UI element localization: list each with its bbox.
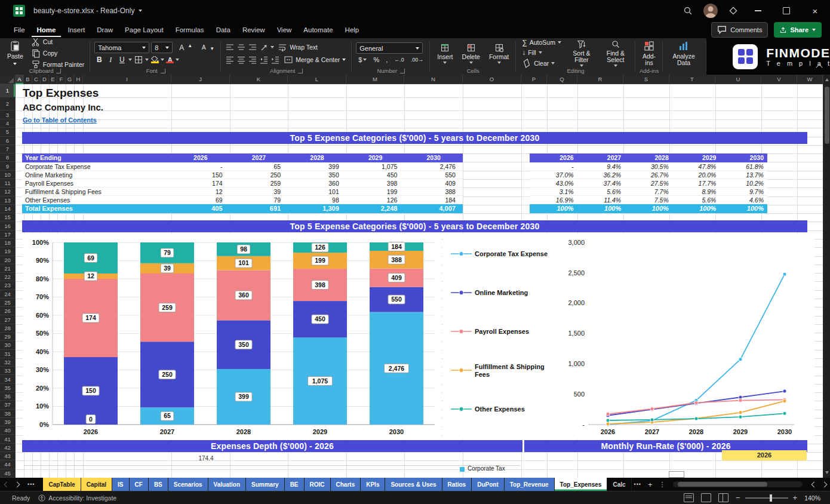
row-header-38[interactable]: 38 [0,410,15,418]
row-header-26[interactable]: 26 [0,307,15,315]
sheet-tab-top-expenses[interactable]: Top_Expenses [555,478,608,491]
copy-button[interactable]: Copy [29,48,86,59]
row-header-41[interactable]: 41 [0,435,15,443]
increase-decimal-button[interactable]: ←.0 [392,56,407,63]
col-header-D[interactable]: D [41,75,49,84]
col-header-W[interactable]: W [797,75,823,84]
pct-value[interactable]: 5.6% [577,188,625,195]
expense-value[interactable]: 1,075 [346,162,405,170]
row-header-34[interactable]: 34 [0,375,15,383]
sheet-tab-is[interactable]: IS [112,478,129,491]
row-header-22[interactable]: 22 [0,273,15,281]
expense-value[interactable]: 388 [404,188,463,195]
row-header-35[interactable]: 35 [0,384,15,392]
page-break-view-icon[interactable] [718,493,728,502]
expense-value[interactable]: 184 [404,196,463,204]
pct-value[interactable]: 61.8% [720,162,767,170]
pct-value[interactable]: 20.0% [672,171,720,179]
currency-button[interactable]: $ [356,56,369,64]
expense-label[interactable]: Corporate Tax Expense [22,162,171,170]
diamond-icon[interactable] [728,6,738,16]
scroll-down-arrow-icon[interactable] [825,471,829,474]
row-header-8[interactable]: 8 [0,153,15,162]
col-header-F[interactable]: F [57,75,66,84]
stacked-bar-chart[interactable]: 0%10%20%30%40%50%60%70%80%90%100%0150174… [23,233,442,439]
paste-button[interactable]: Paste [4,40,26,66]
title-dropdown-icon[interactable] [139,10,142,12]
orientation-icon[interactable] [259,42,269,52]
sheet-tab-sources-uses[interactable]: Sources & Uses [385,478,442,491]
col-header-A[interactable]: A [16,75,24,84]
total-value[interactable]: 1,309 [288,204,346,213]
row-header-4[interactable]: 4 [0,119,15,128]
col-header-N[interactable]: N [404,75,463,84]
sheet-tab-top-revenue[interactable]: Top_Revenue [505,478,555,491]
italic-button[interactable]: I [106,56,115,64]
row-header-11[interactable]: 11 [0,179,15,188]
font-color-dropdown-icon[interactable] [176,59,179,61]
menu-item-insert[interactable]: Insert [62,23,90,37]
col-header-P[interactable]: P [521,75,547,84]
sheet-tab-bs[interactable]: BS [149,478,168,491]
col-header-T[interactable]: T [669,75,715,84]
sheet-tab-ratios[interactable]: Ratios [442,478,472,491]
pct-year-header[interactable]: 2030 [720,153,767,162]
fill-button[interactable]: ↓Fill [520,48,563,57]
pct-value[interactable]: 47.8% [672,162,720,170]
user-avatar[interactable] [703,4,718,18]
expense-value[interactable]: 39 [230,188,288,195]
zoom-out-button[interactable]: − [736,493,740,502]
zoom-in-button[interactable]: + [793,493,798,502]
row-header-31[interactable]: 31 [0,350,15,358]
sheet-tab-valuation[interactable]: Valuation [208,478,246,491]
total-value[interactable]: 405 [171,204,230,213]
year-header[interactable]: 2027 [230,153,288,162]
pct-year-header[interactable]: 2027 [577,153,625,162]
year-ending-header[interactable]: Year Ending [22,153,171,162]
accessibility-status[interactable]: Accessibility: Investigate [38,494,116,502]
comments-button[interactable]: Comments [711,22,768,38]
decrease-indent-icon[interactable] [259,55,269,64]
comma-style-button[interactable]: , [383,56,390,64]
expense-label[interactable]: Other Expenses [22,196,171,204]
row-header-45[interactable]: 45 [0,469,15,478]
pct-value[interactable]: 4.6% [720,196,767,204]
page-layout-view-icon[interactable] [701,493,711,502]
row-header-37[interactable]: 37 [0,401,15,409]
row-header-13[interactable]: 13 [0,196,15,205]
tabs-hidden-left[interactable]: ••• [25,481,37,487]
row-header-21[interactable]: 21 [0,265,15,273]
horizontal-scrollbar-thumb[interactable] [678,482,767,487]
total-value[interactable]: 2,248 [346,204,405,213]
ribbon-collapse-chevron-icon[interactable] [817,62,822,72]
fill-color-button[interactable] [150,56,159,63]
pct-value[interactable]: 26.7% [625,171,672,179]
row-header-15[interactable]: 15 [0,213,15,222]
pct-value[interactable]: 37.0% [530,171,577,179]
borders-icon[interactable] [134,55,143,64]
row-header-7[interactable]: 7 [0,145,15,153]
new-sheet-button[interactable]: + [644,480,657,489]
row-header-20[interactable]: 20 [0,256,15,265]
row-header-24[interactable]: 24 [0,290,15,299]
expense-label[interactable]: Fulfillment & Shipping Fees [22,188,171,195]
pct-value[interactable]: 9.7% [720,188,767,195]
align-top-icon[interactable] [225,42,235,52]
pct-year-header[interactable]: 2029 [672,153,720,162]
pct-value[interactable]: 13.7% [720,171,767,179]
row-header-33[interactable]: 33 [0,367,15,375]
col-header-M[interactable]: M [346,75,404,84]
cut-button[interactable]: Cut [29,36,86,47]
hscroll-right-icon[interactable] [822,481,828,487]
pct-value[interactable]: 3.1% [530,188,577,195]
menu-item-draw[interactable]: Draw [91,23,118,37]
line-chart[interactable]: -5001,0001,5002,0002,5003,00020262027202… [443,233,814,439]
expense-value[interactable]: 399 [288,162,346,170]
sheet-tab-kpis[interactable]: KPIs [361,478,385,491]
expense-values-table[interactable]: Year Ending20262027202820292030Corporate… [22,153,463,213]
year-header[interactable]: 2029 [346,153,405,162]
total-value[interactable]: 691 [230,204,288,213]
col-header-R[interactable]: R [577,75,623,84]
pct-value[interactable]: 10.2% [720,179,767,187]
row-header-9[interactable]: 9 [0,162,15,170]
